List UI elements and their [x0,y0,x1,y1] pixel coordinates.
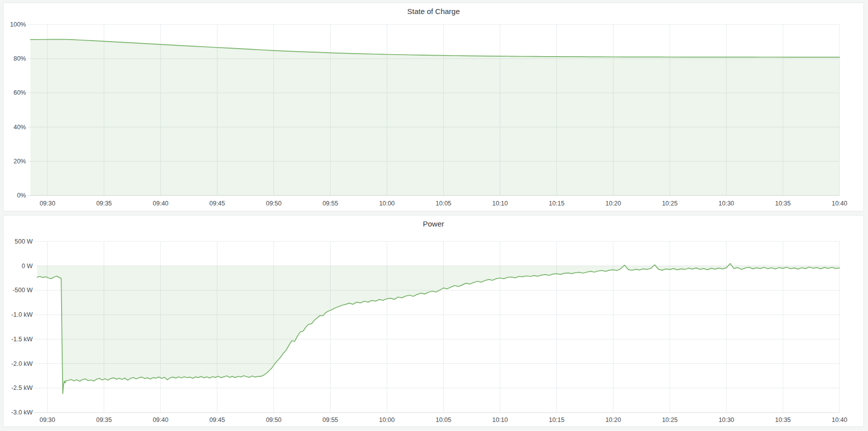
x-axis-tick-label: 10:00 [379,200,395,207]
power-chart-canvas[interactable]: 500 W0 W-500 W-1.0 kW-1.5 kW-2.0 kW-2.5 … [4,216,863,426]
x-axis-tick-label: 09:40 [153,200,168,207]
x-axis-tick-label: 10:05 [436,200,451,207]
x-axis-tick-label: 10:10 [492,200,508,207]
x-axis-tick-label: 10:35 [775,200,791,207]
y-axis-tick-label: 20% [14,158,26,165]
y-axis-tick-label: 500 W [15,238,33,245]
y-axis-tick-label: -500 W [13,287,33,294]
x-axis-tick-label: 10:30 [719,416,734,423]
x-axis-tick-label: 10:10 [492,416,508,423]
y-axis-tick-label: 100% [10,21,26,28]
x-axis-tick-label: 09:40 [153,416,168,423]
x-axis-tick-label: 09:45 [209,416,225,423]
y-axis-tick-label: 0 W [22,263,33,270]
soc-area-fill [31,39,839,195]
x-axis-tick-label: 10:20 [606,200,621,207]
x-axis-tick-label: 09:30 [40,416,55,423]
x-axis-tick-label: 10:20 [606,416,621,423]
y-axis-tick-label: -2.5 kW [11,384,33,391]
x-axis-tick-label: 09:50 [266,416,281,423]
power-area-fill [37,264,839,394]
x-axis-tick-label: 10:25 [662,200,678,207]
x-axis-tick-label: 09:45 [209,200,225,207]
x-axis-tick-label: 09:35 [96,200,112,207]
y-axis-tick-label: 0% [17,192,26,199]
x-axis-tick-label: 10:40 [832,200,847,207]
y-axis-tick-label: 40% [14,124,26,131]
panel-title-state-of-charge[interactable]: State of Charge [4,7,863,16]
panel-state-of-charge: 100%80%60%40%20%0%09:3009:3509:4009:4509… [3,3,864,211]
x-axis-tick-label: 09:55 [323,200,338,207]
x-axis-tick-label: 09:30 [40,200,55,207]
x-axis-tick-label: 09:35 [96,416,112,423]
y-axis-tick-label: -3.0 kW [11,409,33,416]
x-axis-tick-label: 09:55 [323,416,338,423]
panel-title-power[interactable]: Power [4,220,863,228]
x-axis-tick-label: 10:30 [719,200,734,207]
panel-power: 500 W0 W-500 W-1.0 kW-1.5 kW-2.0 kW-2.5 … [3,215,864,427]
x-axis-tick-label: 10:15 [549,416,564,423]
y-axis-tick-label: -1.0 kW [11,311,33,318]
y-axis-tick-label: 60% [14,89,26,96]
x-axis-tick-label: 10:35 [775,416,791,423]
y-axis-tick-label: 80% [14,55,26,62]
soc-chart-canvas[interactable]: 100%80%60%40%20%0%09:3009:3509:4009:4509… [4,3,863,211]
x-axis-tick-label: 10:25 [662,416,678,423]
x-axis-tick-label: 10:40 [832,416,847,423]
x-axis-tick-label: 09:50 [266,200,281,207]
y-axis-tick-label: -2.0 kW [11,360,33,367]
x-axis-tick-label: 10:00 [379,416,395,423]
y-axis-tick-label: -1.5 kW [11,336,33,343]
dashboard: 100%80%60%40%20%0%09:3009:3509:4009:4509… [0,0,868,431]
x-axis-tick-label: 10:05 [436,416,451,423]
x-axis-tick-label: 10:15 [549,200,564,207]
